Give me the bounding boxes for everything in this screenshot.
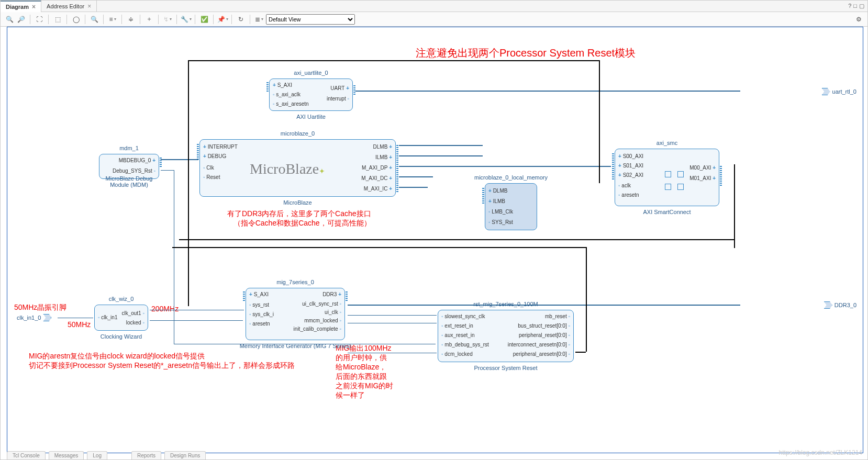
block-psr[interactable]: rst_mig_7series_0_100M Processor System … xyxy=(438,310,574,362)
block-clk-wiz[interactable]: clk_wiz_0 Clocking Wizard clk_in1 clk_ou… xyxy=(94,305,148,331)
zoom-in-icon[interactable]: 🔍 xyxy=(5,15,14,24)
port-m01: M01_AXI xyxy=(689,175,716,181)
block-mdm[interactable]: mdm_1 MicroBlaze Debug Module (MDM) MBDE… xyxy=(99,154,159,179)
port-arrow-icon xyxy=(822,88,830,95)
port-intercon-aresetn: interconnect_aresetn[0:0] xyxy=(508,342,570,347)
block-microblaze[interactable]: microblaze_0 MicroBlaze INTERRUPT DEBUG … xyxy=(199,139,396,197)
annotation-top: 注意避免出现两个Processor System Reset模块 xyxy=(416,46,636,60)
gear-icon[interactable]: ⚙ xyxy=(854,15,863,24)
port-m-axi-dp: M_AXI_DP xyxy=(362,165,392,171)
search-icon[interactable]: 🔍 xyxy=(90,15,99,24)
block-title: rst_mig_7series_0_100M xyxy=(438,301,573,307)
bottom-tab[interactable]: Log xyxy=(87,451,107,459)
annotation-cache: 有了DDR3内存后，这里多了两个Cache接口 （指令Cache和数据Cache… xyxy=(227,209,371,228)
zoom-area-icon[interactable]: ⬚ xyxy=(53,15,62,24)
port-dcm-locked: dcm_locked xyxy=(441,351,473,357)
ext-port-uart[interactable]: uart_rtl_0 xyxy=(822,88,856,95)
align-v-icon[interactable]: ≑ xyxy=(126,15,136,24)
block-title: clk_wiz_0 xyxy=(95,296,148,302)
bus-bar xyxy=(612,153,614,179)
bottom-tab[interactable]: Tcl Console xyxy=(7,451,46,459)
wire xyxy=(399,187,428,188)
bd-canvas[interactable]: 注意避免出现两个Processor System Reset模块 有了DDR3内… xyxy=(7,27,863,453)
wire xyxy=(348,353,437,353)
refresh-view-icon[interactable]: ◯ xyxy=(71,15,81,24)
port-slowest-clk: slowest_sync_clk xyxy=(441,313,485,319)
watermark: https://blog.csdn.net/ZLK1214 xyxy=(779,449,862,456)
port-uart: UART xyxy=(330,85,349,91)
restore-icon[interactable]: □ xyxy=(853,3,857,9)
block-uartlite[interactable]: axi_uartlite_0 AXI Uartlite S_AXI s_axi_… xyxy=(269,78,353,111)
port-ilmb: ILMB xyxy=(375,154,392,160)
wire xyxy=(174,170,174,344)
ext-port-clk-in[interactable]: clk_in1_0 xyxy=(17,314,51,321)
view-select[interactable]: Default View xyxy=(266,14,355,25)
wire xyxy=(161,170,174,171)
port-aux-reset: aux_reset_in xyxy=(441,332,475,338)
separator xyxy=(176,15,177,24)
pin-icon[interactable]: 📌 xyxy=(218,15,227,24)
zoom-out-icon[interactable]: 🔎 xyxy=(16,15,26,24)
regen-icon[interactable]: ↻ xyxy=(236,15,246,24)
port-label: DDR3_0 xyxy=(834,302,856,308)
block-subtitle: AXI SmartConnect xyxy=(615,209,719,215)
wire xyxy=(399,166,611,167)
bus-bar xyxy=(396,144,398,192)
bottom-tab[interactable]: Design Runs xyxy=(164,451,206,459)
bus-bar xyxy=(197,144,199,160)
tab-diagram[interactable]: Diagram× xyxy=(1,1,41,12)
port-ui-clk: ui_clk xyxy=(325,309,341,315)
wire xyxy=(150,320,243,321)
align-h-icon[interactable]: ≡ xyxy=(108,15,117,24)
layout-dropdown-icon[interactable]: ≣ xyxy=(254,15,264,24)
maximize-icon[interactable]: ▢ xyxy=(859,3,864,9)
port-s-axi: S_AXI xyxy=(249,291,269,297)
zoom-fit-icon[interactable]: ⛶ xyxy=(35,15,44,24)
validate-icon[interactable]: ✅ xyxy=(199,15,209,24)
port-mmcm-locked: mmcm_locked xyxy=(304,318,341,323)
port-periph-aresetn: peripheral_aresetn[0:0] xyxy=(513,351,570,357)
separator xyxy=(250,15,250,24)
wire-ddr3 xyxy=(348,305,740,306)
port-ddr3: DDR3 xyxy=(322,291,341,297)
port-m-axi-ic: M_AXI_IC xyxy=(364,186,392,192)
wire xyxy=(150,310,244,310)
block-title: microblaze_0 xyxy=(200,130,395,137)
wire xyxy=(172,247,586,248)
wire-mdm-mb xyxy=(161,159,198,160)
separator xyxy=(103,15,104,24)
port-s02: S02_AXI xyxy=(618,172,643,178)
bottom-tab[interactable]: Reports xyxy=(131,451,161,459)
port-m-axi-dc: M_AXI_DC xyxy=(361,175,392,181)
port-ext-reset: ext_reset_in xyxy=(441,323,473,329)
add-ip-icon[interactable]: ＋ xyxy=(144,15,154,24)
close-icon[interactable]: × xyxy=(87,1,91,12)
wire xyxy=(734,164,735,248)
help-icon[interactable]: ? xyxy=(848,3,851,9)
port-locked: locked xyxy=(126,320,144,326)
port-interrupt: interrupt xyxy=(327,96,349,102)
wire xyxy=(188,60,599,61)
port-aresetn: aresetn xyxy=(618,192,639,198)
port-ui-clk-sync-rst: ui_clk_sync_rst xyxy=(302,301,341,307)
block-local-memory[interactable]: microblaze_0_local_memory DLMB ILMB LMB_… xyxy=(485,183,537,230)
auto-conn-icon[interactable]: ↯ xyxy=(163,15,172,24)
port-s-axi: S_AXI xyxy=(273,82,292,88)
block-subtitle: AXI Uartlite xyxy=(270,114,352,120)
separator xyxy=(140,15,140,24)
port-label: uart_rtl_0 xyxy=(832,88,856,95)
tab-address-editor[interactable]: Address Editor× xyxy=(41,1,97,12)
wire xyxy=(179,239,734,240)
separator xyxy=(66,15,67,24)
annotation-200mhz: 200MHz xyxy=(151,305,179,313)
wire xyxy=(599,60,600,183)
ext-port-ddr3[interactable]: DDR3_0 xyxy=(824,301,856,309)
wire xyxy=(348,315,437,316)
block-mig[interactable]: mig_7series_0 Memory Interface Generator… xyxy=(246,288,345,340)
bottom-tab[interactable]: Messages xyxy=(49,451,84,459)
wrench-icon[interactable]: 🔧 xyxy=(181,15,191,24)
smartconnect-icon xyxy=(664,170,685,191)
port-debug-sys-rst: Debug_SYS_Rst xyxy=(113,168,155,174)
close-icon[interactable]: × xyxy=(32,1,36,13)
block-axi-smc[interactable]: axi_smc AXI SmartConnect S00_AXI S01_AXI… xyxy=(615,149,719,206)
